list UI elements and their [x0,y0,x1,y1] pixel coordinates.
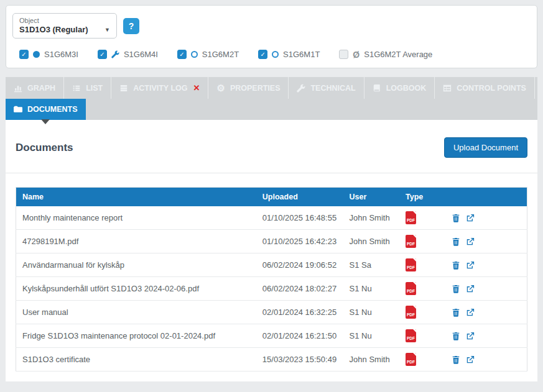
doc-name: Kylskåpsunderhåll utfört S1D1O3 2024-02-… [16,277,256,301]
pdf-file-icon: PDF [406,329,416,342]
delete-icon[interactable] [452,308,460,317]
tab-label: GRAPH [27,84,55,93]
check-icon: ✓ [260,52,265,58]
outline-circle-icon [272,51,279,58]
delete-icon[interactable] [452,355,460,364]
object-select-dropdown[interactable]: Object S1D1O3 (Regular) ▼ [12,13,117,39]
doc-user: S1 Nu [343,277,399,301]
tab-logbook[interactable]: LOGBOOK [364,77,435,99]
check-icon: ✓ [100,52,104,58]
wrench-icon [297,84,305,93]
doc-uploaded: 06/02/2024 18:02:27 [256,277,343,301]
wrench-icon [111,50,119,58]
object-select-label: Object [19,17,110,24]
outline-circle-icon [191,51,198,58]
table-row: S1D1O3 certificate 15/03/2023 15:50:49 J… [16,348,527,371]
checkbox[interactable]: ✓ [98,50,107,59]
series-label: S1G6M3I [44,50,78,59]
tab-list[interactable]: LIST [64,77,111,99]
doc-name: Användarmanual för kylskåp [16,253,256,277]
help-button[interactable]: ? [123,18,139,34]
table-row: Användarmanual för kylskåp 06/02/2024 19… [16,253,527,277]
filled-circle-icon [33,51,40,58]
table-row: Kylskåpsunderhåll utfört S1D1O3 2024-02-… [16,277,527,301]
documents-table: Name Uploaded User Type Monthly maintena… [16,187,527,371]
checkbox[interactable]: ✓ [177,50,187,59]
series-toggles-row: ✓ S1G6M3I ✓ S1G6M4I ✓ S1G6M2T ✓ S1G6M1T … [12,50,531,59]
object-select-value: S1D1O3 (Regular) [19,25,88,34]
doc-uploaded: 01/10/2025 16:42:23 [256,230,343,253]
tab-control-points[interactable]: CONTROL POINTS [435,77,535,99]
alert-close-icon[interactable]: ✕ [193,83,200,93]
main-panel: GRAPH LIST ACTIVITY LOG ✕ ⚙ PROPERTIES T… [6,77,537,381]
open-external-icon[interactable] [466,214,475,222]
delete-icon[interactable] [452,332,460,340]
delete-icon[interactable] [452,237,460,246]
stack-icon [119,84,128,93]
tab-label: LIST [86,84,103,93]
upload-document-button[interactable]: Upload Document [444,137,527,158]
open-external-icon[interactable] [466,237,475,246]
delete-icon[interactable] [452,285,460,293]
column-header-name: Name [16,188,256,207]
table-row: 47298191M.pdf 01/10/2025 16:42:23 John S… [16,230,527,253]
series-label: S1G6M2T Average [364,50,432,59]
doc-uploaded: 15/03/2023 15:50:49 [256,348,343,371]
delete-icon[interactable] [452,261,460,270]
tab-strip: GRAPH LIST ACTIVITY LOG ✕ ⚙ PROPERTIES T… [6,77,537,120]
series-toggle-s1g6m4i[interactable]: ✓ S1G6M4I [98,50,158,59]
doc-uploaded: 01/10/2025 16:48:55 [256,206,343,230]
tab-graph[interactable]: GRAPH [6,77,64,99]
tab-technical[interactable]: TECHNICAL [289,77,364,99]
table-header-row: Name Uploaded User Type [16,188,527,207]
series-toggle-s1g6m3i[interactable]: ✓ S1G6M3I [19,50,78,59]
tab-documents[interactable]: DOCUMENTS [6,99,86,120]
tab-label: TECHNICAL [310,84,355,93]
open-external-icon[interactable] [466,308,475,317]
doc-user: S1 Nu [343,324,399,348]
chevron-down-icon: ▼ [104,27,110,33]
delete-icon[interactable] [452,214,460,222]
documents-header: Documents Upload Document [16,137,527,158]
doc-user: S1 Nu [343,301,399,324]
tab-label: PROPERTIES [230,84,281,93]
checkbox[interactable]: ✓ [19,50,29,59]
tab-label: CONTROL POINTS [457,84,526,93]
pdf-file-icon: PDF [406,306,416,319]
table-icon [443,84,452,93]
slashed-circle-icon: Ø [353,50,360,59]
content-divider [6,173,537,173]
series-label: S1G6M4I [124,50,158,59]
list-icon [72,84,81,93]
open-external-icon[interactable] [466,355,475,364]
column-header-uploaded: Uploaded [256,188,343,207]
tab-label: LOGBOOK [386,84,427,93]
doc-name: User manual [16,301,256,324]
tab-activity-log[interactable]: ACTIVITY LOG ✕ [111,77,208,99]
checkbox[interactable]: ✓ [339,50,348,59]
tab-properties[interactable]: ⚙ PROPERTIES [208,77,289,99]
doc-name: Monthly maintenance report [16,206,256,230]
doc-uploaded: 02/01/2024 16:32:25 [256,301,343,324]
pdf-file-icon: PDF [406,282,416,295]
series-label: S1G6M1T [283,50,320,59]
doc-name: 47298191M.pdf [16,230,256,253]
doc-user: John Smith [343,348,399,371]
table-row: Fridge S1D1O3 maintenance protocol 02-01… [16,324,527,348]
series-toggle-s1g6m2t-average[interactable]: ✓ Ø S1G6M2T Average [339,50,432,59]
open-external-icon[interactable] [466,285,475,293]
series-toggle-s1g6m2t[interactable]: ✓ S1G6M2T [177,50,239,59]
open-external-icon[interactable] [466,332,475,340]
documents-content: Documents Upload Document Name Uploaded … [6,120,537,381]
series-toggle-s1g6m1t[interactable]: ✓ S1G6M1T [258,50,320,59]
doc-uploaded: 06/02/2024 19:06:52 [256,253,343,277]
pdf-file-icon: PDF [406,353,416,366]
selector-row: Object S1D1O3 (Regular) ▼ ? [12,13,531,39]
table-row: User manual 02/01/2024 16:32:25 S1 Nu PD… [16,301,527,324]
pdf-file-icon: PDF [406,235,416,248]
chart-icon [14,84,22,93]
open-external-icon[interactable] [466,261,475,270]
column-header-type: Type [399,188,445,207]
active-tab-pointer [41,119,50,124]
checkbox[interactable]: ✓ [258,50,267,59]
